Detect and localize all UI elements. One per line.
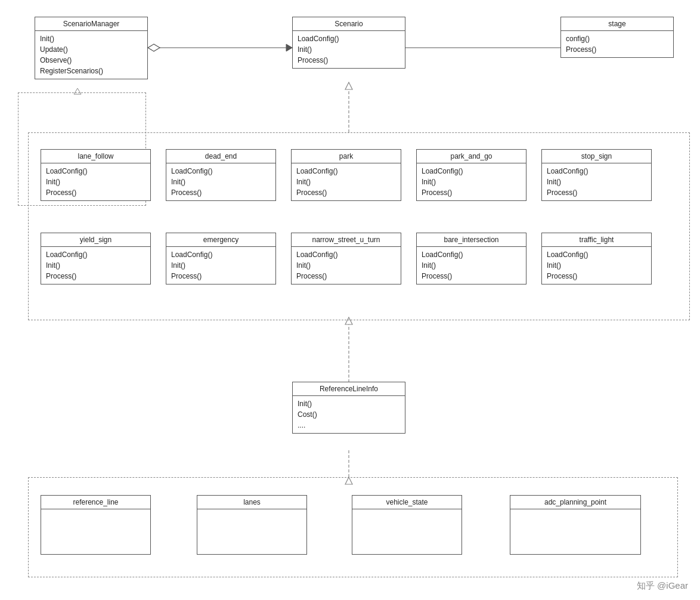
class-body-narrow-street-u-turn: LoadConfig() Init() Process() (292, 247, 401, 284)
class-park-and-go: park_and_go LoadConfig() Init() Process(… (416, 149, 526, 201)
class-title-emergency: emergency (166, 233, 275, 247)
class-narrow-street-u-turn: narrow_street_u_turn LoadConfig() Init()… (291, 233, 401, 284)
class-body-stop-sign: LoadConfig() Init() Process() (542, 163, 651, 200)
class-body-park-and-go: LoadConfig() Init() Process() (417, 163, 526, 200)
class-title-stop-sign: stop_sign (542, 150, 651, 163)
class-body-scenario: LoadConfig() Init() Process() (293, 31, 405, 68)
class-body-vehicle-state (352, 509, 461, 548)
svg-marker-1 (148, 44, 160, 51)
class-adc-planning-point: adc_planning_point (510, 495, 641, 555)
class-body-traffic-light: LoadConfig() Init() Process() (542, 247, 651, 284)
class-title-stage: stage (561, 17, 673, 31)
class-yield-sign: yield_sign LoadConfig() Init() Process() (41, 233, 151, 284)
class-vehicle-state: vehicle_state (352, 495, 462, 555)
class-stop-sign: stop_sign LoadConfig() Init() Process() (541, 149, 652, 201)
class-title-scenariomanager: ScenarioManager (35, 17, 147, 31)
class-body-park: LoadConfig() Init() Process() (292, 163, 401, 200)
class-title-bare-intersection: bare_intersection (417, 233, 526, 247)
class-referencelineinfo: ReferenceLineInfo Init() Cost() .... (292, 382, 405, 434)
class-body-scenariomanager: Init() Update() Observe() RegisterScenar… (35, 31, 147, 79)
class-title-yield-sign: yield_sign (41, 233, 150, 247)
class-body-referencelineinfo: Init() Cost() .... (293, 396, 405, 433)
class-dead-end: dead_end LoadConfig() Init() Process() (166, 149, 276, 201)
class-title-lane-follow: lane_follow (41, 150, 150, 163)
class-title-traffic-light: traffic_light (542, 233, 651, 247)
class-park: park LoadConfig() Init() Process() (291, 149, 401, 201)
class-traffic-light: traffic_light LoadConfig() Init() Proces… (541, 233, 652, 284)
class-body-bare-intersection: LoadConfig() Init() Process() (417, 247, 526, 284)
class-title-park-and-go: park_and_go (417, 150, 526, 163)
class-bare-intersection: bare_intersection LoadConfig() Init() Pr… (416, 233, 526, 284)
class-body-emergency: LoadConfig() Init() Process() (166, 247, 275, 284)
class-body-lane-follow: LoadConfig() Init() Process() (41, 163, 150, 200)
svg-marker-7 (345, 82, 352, 89)
class-body-reference-line (41, 509, 150, 548)
class-body-lanes (197, 509, 306, 548)
class-lane-follow: lane_follow LoadConfig() Init() Process(… (41, 149, 151, 201)
class-emergency: emergency LoadConfig() Init() Process() (166, 233, 276, 284)
class-reference-line: reference_line (41, 495, 151, 555)
class-title-dead-end: dead_end (166, 150, 275, 163)
class-title-park: park (292, 150, 401, 163)
diagram-container: ScenarioManager Init() Update() Observe(… (0, 0, 700, 600)
class-title-referencelineinfo: ReferenceLineInfo (293, 382, 405, 396)
class-body-yield-sign: LoadConfig() Init() Process() (41, 247, 150, 284)
class-stage: stage config() Process() (560, 17, 674, 58)
class-body-stage: config() Process() (561, 31, 673, 57)
class-title-reference-line: reference_line (41, 496, 150, 509)
class-title-narrow-street-u-turn: narrow_street_u_turn (292, 233, 401, 247)
class-title-adc-planning-point: adc_planning_point (510, 496, 640, 509)
class-scenario: Scenario LoadConfig() Init() Process() (292, 17, 405, 69)
class-title-vehicle-state: vehicle_state (352, 496, 461, 509)
class-title-scenario: Scenario (293, 17, 405, 31)
class-body-dead-end: LoadConfig() Init() Process() (166, 163, 275, 200)
class-title-lanes: lanes (197, 496, 306, 509)
class-body-adc-planning-point (510, 509, 640, 548)
watermark: 知乎 @iGear (637, 580, 688, 592)
svg-marker-2 (286, 44, 292, 51)
class-scenariomanager: ScenarioManager Init() Update() Observe(… (35, 17, 148, 79)
class-lanes: lanes (197, 495, 307, 555)
